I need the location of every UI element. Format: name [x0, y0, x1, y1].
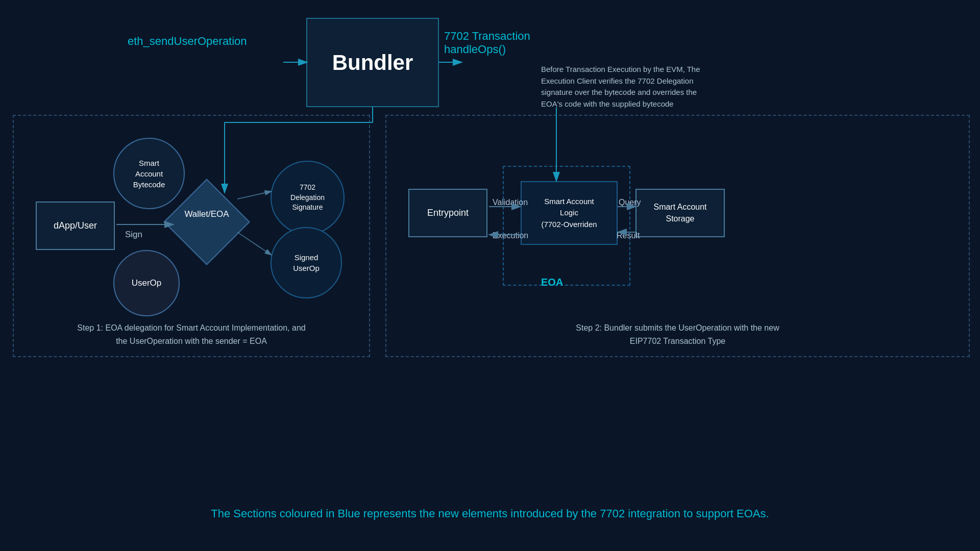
- smart-account-storage-box: Smart AccountStorage: [635, 189, 725, 237]
- eoa-label: EOA: [541, 277, 563, 288]
- diagram-wrapper: Bundler eth_sendUserOperation 7702 Trans…: [0, 0, 980, 551]
- signed-userop-label: SignedUserOp: [293, 252, 320, 273]
- transaction-line2: handleOps(): [444, 43, 506, 56]
- bundler-label: Bundler: [332, 51, 413, 75]
- signed-userop-circle: SignedUserOp: [271, 227, 342, 298]
- userop-label: UserOp: [132, 278, 162, 288]
- step2-desc-line2: EIP7702 Transaction Type: [630, 337, 725, 345]
- entrypoint-box: Entrypoint: [408, 189, 487, 237]
- result-label: Result: [617, 231, 640, 240]
- bytecode-circle: SmartAccountBytecode: [113, 138, 185, 209]
- smart-account-logic-box: Smart AccountLogic(7702-Overriden: [521, 181, 618, 245]
- bytecode-label: SmartAccountBytecode: [133, 158, 165, 190]
- step1-desc-line1: Step 1: EOA delegation for Smart Account…: [77, 323, 305, 332]
- bundler-box: Bundler: [306, 18, 439, 107]
- footer-text: The Sections coloured in Blue represents…: [0, 507, 980, 520]
- delegation-circle: 7702DelegationSignature: [271, 161, 345, 235]
- smart-account-storage-label: Smart AccountStorage: [653, 202, 706, 224]
- sign-label: Sign: [125, 230, 142, 240]
- eth-send-label: eth_sendUserOperation: [128, 35, 247, 48]
- dapp-label: dApp/User: [54, 220, 97, 231]
- annotation-text: Before Transaction Execution by the EVM,…: [541, 64, 720, 110]
- delegation-label: 7702DelegationSignature: [290, 183, 325, 213]
- wallet-label: Wallet/EOA: [163, 209, 250, 219]
- transaction-label: 7702 Transaction handleOps(): [444, 30, 530, 56]
- step2-description: Step 2: Bundler submits the UserOperatio…: [385, 321, 970, 347]
- step2-desc-line1: Step 2: Bundler submits the UserOperatio…: [576, 323, 779, 332]
- step1-description: Step 1: EOA delegation for Smart Account…: [13, 321, 370, 347]
- smart-account-logic-label: Smart AccountLogic(7702-Overriden: [541, 196, 597, 231]
- execution-label: Execution: [493, 231, 528, 240]
- step1-desc-line2: the UserOperation with the sender = EOA: [116, 337, 267, 345]
- transaction-line1: 7702 Transaction: [444, 30, 530, 42]
- entrypoint-label: Entrypoint: [427, 208, 469, 218]
- query-label: Query: [619, 198, 641, 207]
- dapp-box: dApp/User: [36, 202, 115, 250]
- validation-label: Validation: [493, 198, 528, 207]
- userop-circle: UserOp: [113, 250, 180, 316]
